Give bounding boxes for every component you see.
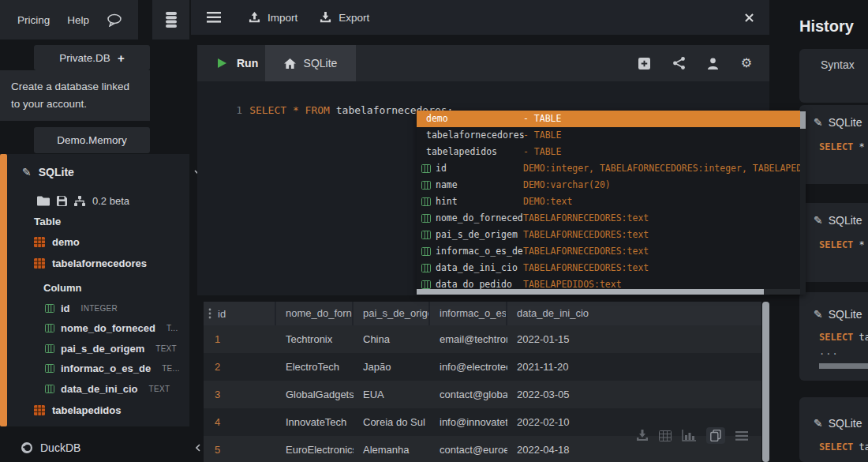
- tree-scrollbar[interactable]: [0, 154, 7, 426]
- history-entry-scrollbar[interactable]: [819, 363, 868, 369]
- autocomplete-item-id[interactable]: idDEMO:integer, TABELAFORNECEDORES:integ…: [417, 160, 806, 177]
- results-scrollbar[interactable]: [762, 302, 769, 462]
- autocomplete-item-pai-s-de-origem[interactable]: pai_s_de_origemTABELAFORNECEDORES:text: [417, 227, 806, 243]
- cell-id: 1: [204, 325, 276, 353]
- column-icon: [421, 264, 431, 272]
- chat-icon[interactable]: [107, 13, 122, 27]
- tab-private-db[interactable]: Private.DB +: [34, 45, 150, 70]
- edit-pencil-icon: ✎: [814, 215, 823, 226]
- column-icon: [421, 247, 431, 256]
- menu-icon[interactable]: [207, 12, 221, 23]
- user-icon[interactable]: [708, 58, 718, 69]
- cell-id: 5: [204, 436, 276, 462]
- tree-column-id[interactable]: id INTEGER: [0, 300, 234, 316]
- table-row[interactable]: 3 GlobalGadgets EUA contact@globalga... …: [204, 381, 761, 408]
- engine-row-sqlite[interactable]: ✎ SQLite: [0, 162, 211, 182]
- autocomplete-item-tabelapedidos[interactable]: tabelapedidos- TABLE: [417, 144, 806, 160]
- table-row[interactable]: 1 Techtronix China email@techtronix... 2…: [204, 325, 761, 353]
- tree-column-informac[interactable]: informac_o_es_de TE...: [0, 360, 234, 376]
- history-entry-3[interactable]: ✎SQLite SELECT ta ...: [799, 292, 868, 381]
- autocomplete-item-tabelafornecedores[interactable]: tabelafornecedores- TABLE: [417, 127, 806, 144]
- add-tab-icon[interactable]: [638, 58, 650, 69]
- tree-column-nome[interactable]: nome_do_forneced T...: [0, 320, 234, 336]
- import-button[interactable]: Import: [249, 12, 297, 24]
- share-icon[interactable]: [673, 57, 685, 69]
- tree-table-demo[interactable]: demo: [0, 232, 223, 251]
- pricing-link[interactable]: Pricing: [17, 14, 50, 26]
- autocomplete-item-informac-o-es-de[interactable]: informac_o_es_deTABELAFORNECEDORES:text: [417, 243, 806, 260]
- database-box[interactable]: [152, 0, 189, 39]
- column-icon: [45, 344, 54, 353]
- autocomplete-item-data-de-ini-cio[interactable]: data_de_ini_cioTABELAFORNECEDORES:text: [417, 260, 806, 276]
- copy-result-icon[interactable]: [706, 427, 725, 444]
- play-icon: [217, 58, 227, 69]
- close-icon[interactable]: [745, 13, 754, 22]
- results-col-id[interactable]: id: [204, 302, 276, 325]
- cell-informac: contact@globalga...: [430, 381, 507, 408]
- schema-graph-icon[interactable]: [74, 196, 85, 206]
- tab-demo-memory[interactable]: Demo.Memory: [34, 127, 150, 153]
- settings-gear-icon[interactable]: ⚙: [741, 57, 752, 69]
- download-result-icon[interactable]: [636, 430, 649, 442]
- results-col-informac[interactable]: informac_o_es_...: [430, 302, 507, 325]
- cell-pais: Japão: [354, 353, 430, 381]
- history-entry-1[interactable]: ✎SQLite SELECT *: [799, 105, 868, 184]
- dropdown-horizontal-scrollbar[interactable]: [417, 289, 800, 295]
- help-link[interactable]: Help: [67, 14, 89, 26]
- line-number: 1: [236, 104, 242, 116]
- column-icon: [45, 324, 54, 332]
- column-icon: [45, 364, 54, 373]
- list-view-icon[interactable]: [735, 431, 748, 441]
- history-entry-4[interactable]: ✎SQLite SELECT ta: [799, 397, 868, 462]
- autocomplete-item-hint[interactable]: hintDEMO:text: [417, 193, 806, 210]
- cell-data: 2022-03-05: [507, 381, 761, 408]
- table-icon: [34, 258, 45, 269]
- export-button[interactable]: Export: [320, 12, 369, 24]
- autocomplete-item-demo[interactable]: demo- TABLE: [417, 111, 806, 127]
- save-icon[interactable]: [57, 196, 67, 206]
- autocomplete-dropdown: demo- TABLE tabelafornecedores- TABLE ta…: [417, 111, 806, 295]
- column-icon: [421, 164, 431, 173]
- db-meta-row: 0.2 beta: [0, 192, 226, 209]
- column-icon: [421, 280, 431, 289]
- history-entry-2[interactable]: ✎SQLite SELECT *: [799, 203, 868, 282]
- tree-column-pais[interactable]: pai_s_de_origem TEXT: [0, 340, 234, 356]
- column-icon: [421, 197, 431, 206]
- folder-icon[interactable]: [37, 196, 50, 206]
- cell-id: 3: [204, 381, 276, 408]
- tab-sqlite[interactable]: SQLite: [265, 45, 356, 81]
- autocomplete-item-nome-do-forneced[interactable]: nome_do_fornecedTABELAFORNECEDORES:text: [417, 210, 806, 227]
- results-col-nome[interactable]: nome_do_forne...: [276, 302, 354, 325]
- column-icon: [421, 231, 431, 239]
- cell-data: 2021-11-20: [507, 353, 761, 381]
- duckdb-icon: [21, 441, 33, 454]
- cell-informac: info@innovatetec...: [430, 408, 507, 436]
- grid-view-icon[interactable]: [659, 430, 672, 441]
- cell-informac: info@electrotech...: [430, 353, 507, 381]
- download-icon: [320, 12, 331, 24]
- chevron-left-icon[interactable]: [196, 444, 200, 452]
- tree-column-data[interactable]: data_de_ini_cio TEXT: [0, 381, 234, 396]
- tree-table-fornecedores[interactable]: tabelafornecedores: [0, 254, 223, 272]
- drag-dots-icon[interactable]: [208, 308, 211, 319]
- cell-nome: InnovateTech: [276, 408, 354, 436]
- results-header: id nome_do_forne... pai_s_de_origem info…: [204, 302, 761, 325]
- results-col-data[interactable]: data_de_ini_cio: [507, 302, 761, 325]
- autocomplete-item-name[interactable]: nameDEMO:varchar(20): [417, 177, 806, 193]
- results-col-pais[interactable]: pai_s_de_origem: [354, 302, 430, 325]
- cell-informac: email@techtronix...: [430, 325, 507, 353]
- home-icon: [284, 58, 296, 69]
- tab-syntax[interactable]: Syntax: [799, 49, 868, 103]
- chart-view-icon[interactable]: [682, 430, 696, 441]
- table-row[interactable]: 2 ElectroTech Japão info@electrotech... …: [204, 353, 761, 381]
- dropdown-vertical-scrollbar[interactable]: [800, 111, 806, 295]
- run-bar: Run SQLite ⚙: [197, 45, 769, 81]
- tree-duckdb[interactable]: DuckDB: [0, 436, 210, 460]
- edit-pencil-icon: ✎: [814, 309, 823, 320]
- run-button[interactable]: Run: [204, 45, 265, 81]
- cell-nome: EuroElectronics: [276, 436, 354, 462]
- add-database-icon[interactable]: +: [118, 51, 125, 65]
- results-action-icons: [636, 427, 748, 444]
- version-label: 0.2 beta: [92, 195, 129, 207]
- tree-table-pedidos[interactable]: tabelapedidos: [0, 400, 223, 419]
